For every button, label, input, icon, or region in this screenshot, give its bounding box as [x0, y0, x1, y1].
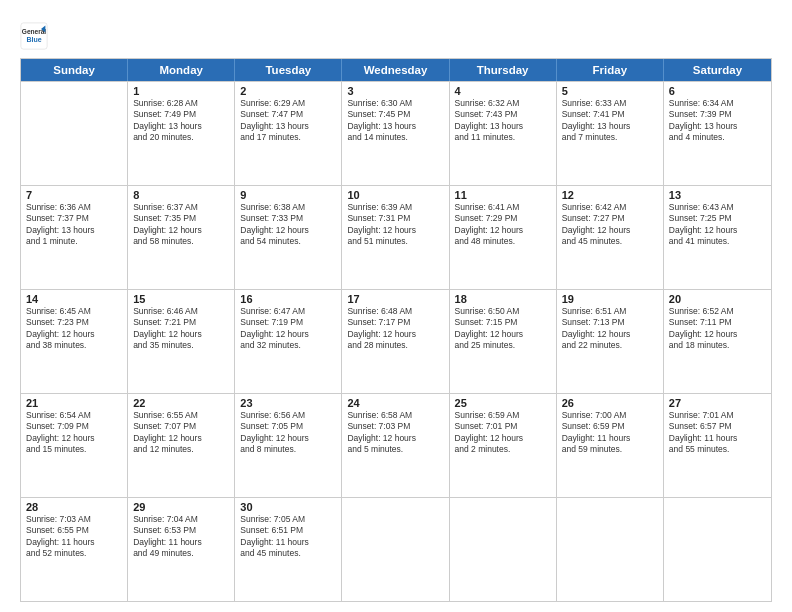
day-cell-28: 28Sunrise: 7:03 AMSunset: 6:55 PMDayligh… — [21, 498, 128, 601]
day-cell-9: 9Sunrise: 6:38 AMSunset: 7:33 PMDaylight… — [235, 186, 342, 289]
day-text: Sunrise: 6:41 AMSunset: 7:29 PMDaylight:… — [455, 202, 551, 248]
empty-cell — [21, 82, 128, 185]
day-text: Sunrise: 6:32 AMSunset: 7:43 PMDaylight:… — [455, 98, 551, 144]
day-number: 4 — [455, 85, 551, 97]
day-text: Sunrise: 6:38 AMSunset: 7:33 PMDaylight:… — [240, 202, 336, 248]
week-row-3: 21Sunrise: 6:54 AMSunset: 7:09 PMDayligh… — [21, 393, 771, 497]
day-cell-3: 3Sunrise: 6:30 AMSunset: 7:45 PMDaylight… — [342, 82, 449, 185]
day-text: Sunrise: 6:39 AMSunset: 7:31 PMDaylight:… — [347, 202, 443, 248]
day-number: 18 — [455, 293, 551, 305]
day-cell-8: 8Sunrise: 6:37 AMSunset: 7:35 PMDaylight… — [128, 186, 235, 289]
header-day-saturday: Saturday — [664, 59, 771, 81]
day-text: Sunrise: 6:52 AMSunset: 7:11 PMDaylight:… — [669, 306, 766, 352]
day-text: Sunrise: 6:56 AMSunset: 7:05 PMDaylight:… — [240, 410, 336, 456]
day-number: 5 — [562, 85, 658, 97]
day-cell-1: 1Sunrise: 6:28 AMSunset: 7:49 PMDaylight… — [128, 82, 235, 185]
day-cell-17: 17Sunrise: 6:48 AMSunset: 7:17 PMDayligh… — [342, 290, 449, 393]
calendar-body: 1Sunrise: 6:28 AMSunset: 7:49 PMDaylight… — [21, 81, 771, 601]
day-text: Sunrise: 6:33 AMSunset: 7:41 PMDaylight:… — [562, 98, 658, 144]
day-cell-5: 5Sunrise: 6:33 AMSunset: 7:41 PMDaylight… — [557, 82, 664, 185]
day-number: 29 — [133, 501, 229, 513]
day-text: Sunrise: 7:01 AMSunset: 6:57 PMDaylight:… — [669, 410, 766, 456]
day-text: Sunrise: 6:48 AMSunset: 7:17 PMDaylight:… — [347, 306, 443, 352]
day-number: 6 — [669, 85, 766, 97]
day-cell-16: 16Sunrise: 6:47 AMSunset: 7:19 PMDayligh… — [235, 290, 342, 393]
header-day-monday: Monday — [128, 59, 235, 81]
day-number: 24 — [347, 397, 443, 409]
empty-cell — [664, 498, 771, 601]
week-row-1: 7Sunrise: 6:36 AMSunset: 7:37 PMDaylight… — [21, 185, 771, 289]
day-cell-7: 7Sunrise: 6:36 AMSunset: 7:37 PMDaylight… — [21, 186, 128, 289]
day-text: Sunrise: 6:42 AMSunset: 7:27 PMDaylight:… — [562, 202, 658, 248]
header-day-thursday: Thursday — [450, 59, 557, 81]
day-number: 15 — [133, 293, 229, 305]
week-row-4: 28Sunrise: 7:03 AMSunset: 6:55 PMDayligh… — [21, 497, 771, 601]
empty-cell — [342, 498, 449, 601]
day-number: 2 — [240, 85, 336, 97]
week-row-0: 1Sunrise: 6:28 AMSunset: 7:49 PMDaylight… — [21, 81, 771, 185]
day-number: 10 — [347, 189, 443, 201]
day-cell-10: 10Sunrise: 6:39 AMSunset: 7:31 PMDayligh… — [342, 186, 449, 289]
day-text: Sunrise: 7:04 AMSunset: 6:53 PMDaylight:… — [133, 514, 229, 560]
day-cell-24: 24Sunrise: 6:58 AMSunset: 7:03 PMDayligh… — [342, 394, 449, 497]
day-cell-14: 14Sunrise: 6:45 AMSunset: 7:23 PMDayligh… — [21, 290, 128, 393]
logo: General Blue — [20, 22, 52, 50]
day-cell-6: 6Sunrise: 6:34 AMSunset: 7:39 PMDaylight… — [664, 82, 771, 185]
day-text: Sunrise: 6:50 AMSunset: 7:15 PMDaylight:… — [455, 306, 551, 352]
page: General Blue SundayMondayTuesdayWednesda… — [0, 0, 792, 612]
day-text: Sunrise: 6:54 AMSunset: 7:09 PMDaylight:… — [26, 410, 122, 456]
day-text: Sunrise: 6:47 AMSunset: 7:19 PMDaylight:… — [240, 306, 336, 352]
day-text: Sunrise: 6:46 AMSunset: 7:21 PMDaylight:… — [133, 306, 229, 352]
day-number: 21 — [26, 397, 122, 409]
day-number: 19 — [562, 293, 658, 305]
day-text: Sunrise: 6:43 AMSunset: 7:25 PMDaylight:… — [669, 202, 766, 248]
day-cell-12: 12Sunrise: 6:42 AMSunset: 7:27 PMDayligh… — [557, 186, 664, 289]
day-cell-21: 21Sunrise: 6:54 AMSunset: 7:09 PMDayligh… — [21, 394, 128, 497]
day-cell-25: 25Sunrise: 6:59 AMSunset: 7:01 PMDayligh… — [450, 394, 557, 497]
day-text: Sunrise: 6:55 AMSunset: 7:07 PMDaylight:… — [133, 410, 229, 456]
day-number: 17 — [347, 293, 443, 305]
day-number: 13 — [669, 189, 766, 201]
empty-cell — [557, 498, 664, 601]
day-text: Sunrise: 6:34 AMSunset: 7:39 PMDaylight:… — [669, 98, 766, 144]
day-cell-11: 11Sunrise: 6:41 AMSunset: 7:29 PMDayligh… — [450, 186, 557, 289]
day-text: Sunrise: 7:03 AMSunset: 6:55 PMDaylight:… — [26, 514, 122, 560]
day-cell-30: 30Sunrise: 7:05 AMSunset: 6:51 PMDayligh… — [235, 498, 342, 601]
day-cell-2: 2Sunrise: 6:29 AMSunset: 7:47 PMDaylight… — [235, 82, 342, 185]
day-cell-4: 4Sunrise: 6:32 AMSunset: 7:43 PMDaylight… — [450, 82, 557, 185]
day-number: 1 — [133, 85, 229, 97]
header-day-sunday: Sunday — [21, 59, 128, 81]
day-number: 20 — [669, 293, 766, 305]
header-day-wednesday: Wednesday — [342, 59, 449, 81]
day-text: Sunrise: 6:30 AMSunset: 7:45 PMDaylight:… — [347, 98, 443, 144]
day-text: Sunrise: 6:28 AMSunset: 7:49 PMDaylight:… — [133, 98, 229, 144]
day-text: Sunrise: 6:45 AMSunset: 7:23 PMDaylight:… — [26, 306, 122, 352]
day-cell-15: 15Sunrise: 6:46 AMSunset: 7:21 PMDayligh… — [128, 290, 235, 393]
day-number: 9 — [240, 189, 336, 201]
day-text: Sunrise: 6:29 AMSunset: 7:47 PMDaylight:… — [240, 98, 336, 144]
header-day-friday: Friday — [557, 59, 664, 81]
day-number: 27 — [669, 397, 766, 409]
day-number: 25 — [455, 397, 551, 409]
day-number: 8 — [133, 189, 229, 201]
day-text: Sunrise: 7:00 AMSunset: 6:59 PMDaylight:… — [562, 410, 658, 456]
calendar-header: SundayMondayTuesdayWednesdayThursdayFrid… — [21, 59, 771, 81]
day-text: Sunrise: 6:36 AMSunset: 7:37 PMDaylight:… — [26, 202, 122, 248]
day-number: 14 — [26, 293, 122, 305]
day-cell-27: 27Sunrise: 7:01 AMSunset: 6:57 PMDayligh… — [664, 394, 771, 497]
svg-text:Blue: Blue — [26, 36, 41, 43]
day-text: Sunrise: 7:05 AMSunset: 6:51 PMDaylight:… — [240, 514, 336, 560]
day-text: Sunrise: 6:37 AMSunset: 7:35 PMDaylight:… — [133, 202, 229, 248]
day-text: Sunrise: 6:58 AMSunset: 7:03 PMDaylight:… — [347, 410, 443, 456]
day-number: 12 — [562, 189, 658, 201]
header: General Blue — [20, 18, 772, 50]
day-number: 3 — [347, 85, 443, 97]
header-day-tuesday: Tuesday — [235, 59, 342, 81]
day-text: Sunrise: 6:59 AMSunset: 7:01 PMDaylight:… — [455, 410, 551, 456]
day-cell-22: 22Sunrise: 6:55 AMSunset: 7:07 PMDayligh… — [128, 394, 235, 497]
day-cell-29: 29Sunrise: 7:04 AMSunset: 6:53 PMDayligh… — [128, 498, 235, 601]
day-number: 26 — [562, 397, 658, 409]
day-number: 22 — [133, 397, 229, 409]
day-number: 23 — [240, 397, 336, 409]
day-number: 30 — [240, 501, 336, 513]
